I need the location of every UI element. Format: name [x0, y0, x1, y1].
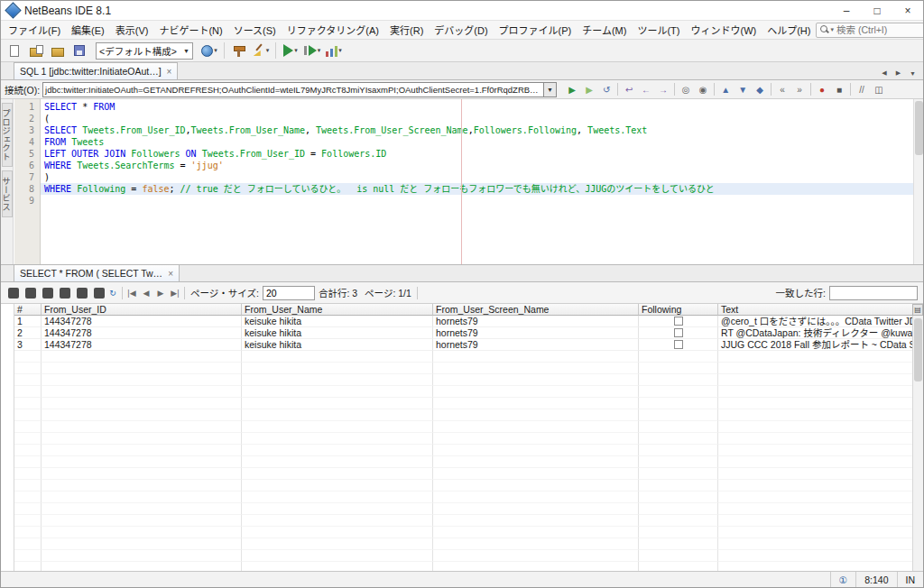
- maximize-button[interactable]: □: [862, 1, 892, 21]
- find-occurrences-icon[interactable]: ◉: [695, 82, 711, 97]
- results-tab[interactable]: SELECT * FROM ( SELECT Tw… ×: [14, 264, 180, 281]
- chevron-down-icon[interactable]: ▾: [214, 47, 217, 54]
- toggle-bookmark-icon[interactable]: ◆: [752, 82, 768, 97]
- forward-icon[interactable]: →: [655, 82, 671, 97]
- split-document-icon[interactable]: ◫: [871, 82, 887, 97]
- stop-macro-recording-icon[interactable]: ■: [831, 82, 847, 97]
- table-row[interactable]: 1144347278keisuke hikitahornets79@cero_t…: [14, 316, 914, 327]
- new-project-icon[interactable]: [25, 41, 47, 60]
- menu-item[interactable]: 編集(E): [66, 21, 110, 39]
- configuration-dropdown[interactable]: <デフォルト構成> ▼: [96, 42, 193, 60]
- minimize-button[interactable]: –: [831, 1, 862, 21]
- code-line[interactable]: LEFT OUTER JOIN Followers ON Tweets.From…: [41, 148, 913, 160]
- next-page-icon[interactable]: ▶: [153, 286, 168, 300]
- column-selector-icon[interactable]: ▤: [912, 304, 923, 316]
- open-project-icon[interactable]: [47, 41, 69, 60]
- clean-build-project-icon[interactable]: ▾: [250, 41, 272, 60]
- new-file-icon[interactable]: [4, 41, 25, 60]
- tab-list-icon[interactable]: ▼: [906, 68, 919, 79]
- start-macro-recording-icon[interactable]: ●: [814, 82, 830, 97]
- code-line[interactable]: SELECT Tweets.From_User_ID,Tweets.From_U…: [41, 124, 913, 136]
- comment-icon[interactable]: //: [854, 82, 870, 97]
- build-project-icon[interactable]: [228, 41, 250, 60]
- notifications-icon[interactable]: ①: [830, 572, 855, 587]
- scroll-tabs-left-icon[interactable]: ◀: [878, 67, 890, 79]
- menu-item[interactable]: ツール(T): [632, 21, 685, 39]
- chevron-down-icon[interactable]: ▾: [318, 47, 321, 54]
- results-scrollbar[interactable]: [912, 304, 923, 571]
- back-icon[interactable]: ←: [638, 82, 654, 97]
- page-size-input[interactable]: [263, 286, 315, 300]
- matched-rows-input[interactable]: [829, 286, 918, 300]
- run-statement-icon[interactable]: ▶: [581, 82, 597, 97]
- checkbox[interactable]: [674, 317, 683, 326]
- menu-item[interactable]: ヘルプ(H): [762, 21, 816, 39]
- code-line[interactable]: ): [41, 171, 913, 183]
- code-line[interactable]: (: [41, 113, 913, 124]
- checkbox[interactable]: [674, 328, 683, 337]
- table-row[interactable]: 3144347278keisuke hikitahornets79JJUG CC…: [14, 339, 914, 351]
- chevron-down-icon[interactable]: ▼: [543, 83, 556, 96]
- column-header[interactable]: From_User_Name: [242, 304, 433, 316]
- search-input[interactable]: [836, 24, 924, 35]
- close-button[interactable]: ×: [892, 1, 923, 21]
- find-selection-icon[interactable]: ◎: [678, 82, 694, 97]
- deploy-icon[interactable]: ▾: [199, 41, 220, 60]
- menu-item[interactable]: ファイル(F): [3, 21, 66, 39]
- menu-item[interactable]: リファクタリング(A): [282, 21, 384, 39]
- first-page-icon[interactable]: |◀: [125, 286, 139, 300]
- connection-dropdown[interactable]: jdbc:twitter:InitiateOAuth=GETANDREFRESH…: [42, 82, 557, 97]
- editor-tab-sql1[interactable]: SQL 1 [jdbc:twitter:InitiateOAut…] ×: [14, 62, 178, 79]
- menu-item[interactable]: デバッグ(D): [429, 21, 493, 39]
- table-row[interactable]: 2144347278keisuke hikitahornets79RT @CDa…: [14, 327, 914, 339]
- fetch-options-icon[interactable]: [92, 286, 106, 299]
- insert-record-icon[interactable]: [6, 286, 20, 299]
- menu-item[interactable]: チーム(M): [577, 21, 632, 39]
- delete-records-icon[interactable]: [23, 286, 37, 299]
- menu-item[interactable]: プロファイル(P): [494, 21, 578, 39]
- column-header[interactable]: From_User_ID: [42, 304, 242, 316]
- code-line[interactable]: WHERE Tweets.SearchTerms = 'jjug': [41, 160, 913, 171]
- scrollbar-thumb[interactable]: [915, 101, 923, 155]
- chevron-down-icon[interactable]: ▾: [266, 47, 270, 54]
- tab-close-icon[interactable]: ×: [167, 67, 172, 77]
- shift-right-icon[interactable]: »: [791, 82, 808, 97]
- checkbox[interactable]: [674, 340, 683, 349]
- menu-item[interactable]: ソース(S): [228, 21, 282, 39]
- quick-search-box[interactable]: ▾: [816, 23, 924, 38]
- run-project-icon[interactable]: ▾: [280, 41, 301, 60]
- sql-history-icon[interactable]: ↺: [598, 82, 614, 97]
- column-header[interactable]: #: [14, 304, 42, 316]
- profile-project-icon[interactable]: ▾: [323, 41, 345, 60]
- previous-bookmark-icon[interactable]: ▲: [717, 82, 734, 97]
- scroll-tabs-right-icon[interactable]: ▶: [892, 67, 904, 79]
- editor-scrollbar[interactable]: [913, 99, 923, 264]
- code-area[interactable]: SELECT * FROM(SELECT Tweets.From_User_ID…: [41, 99, 913, 264]
- scrollbar-thumb[interactable]: [914, 318, 922, 381]
- refresh-icon[interactable]: ↻: [106, 286, 120, 300]
- menu-item[interactable]: ナビゲート(N): [153, 21, 227, 39]
- column-header[interactable]: From_User_Screen_Name: [433, 304, 639, 316]
- commit-changes-icon[interactable]: [41, 286, 54, 299]
- menu-item[interactable]: ウィンドウ(W): [685, 21, 762, 39]
- last-edit-icon[interactable]: ↩: [621, 82, 637, 97]
- menu-item[interactable]: 表示(V): [110, 21, 154, 39]
- tab-close-icon[interactable]: ×: [168, 269, 173, 279]
- search-dropdown-icon[interactable]: ▾: [830, 26, 834, 33]
- minimized-window-tab[interactable]: サービス: [2, 170, 13, 217]
- code-line[interactable]: SELECT * FROM: [41, 101, 913, 113]
- code-line[interactable]: WHERE Following = false; // true だと フォロー…: [41, 183, 913, 195]
- debug-project-icon[interactable]: ▾: [301, 41, 323, 60]
- next-bookmark-icon[interactable]: ▼: [735, 82, 751, 97]
- code-line[interactable]: FROM Tweets: [41, 136, 913, 148]
- prev-page-icon[interactable]: ◀: [139, 286, 153, 300]
- run-sql-icon[interactable]: ▶: [564, 82, 580, 97]
- column-header[interactable]: Text: [718, 304, 914, 316]
- cancel-edits-icon[interactable]: [58, 286, 71, 299]
- chevron-down-icon[interactable]: ▾: [294, 47, 298, 54]
- save-all-icon[interactable]: [69, 41, 90, 60]
- column-header[interactable]: Following: [639, 304, 718, 316]
- chevron-down-icon[interactable]: ▾: [338, 47, 342, 54]
- truncate-table-icon[interactable]: [75, 286, 88, 299]
- menu-item[interactable]: 実行(R): [384, 21, 429, 39]
